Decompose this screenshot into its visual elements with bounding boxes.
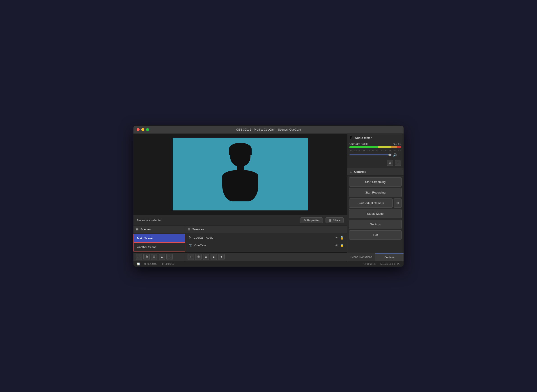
start-recording-button[interactable]: Start Recording [349,188,402,197]
panels-row: ⊞ Scenes Main Scene Another Scene + 🗑 [134,226,347,261]
visibility-icon[interactable]: 👁 [335,244,338,247]
scene-item-label: Main Scene [137,237,153,240]
window-title: OBS 30.1.2 - Profile: CueCam - Scenes: C… [236,128,301,131]
no-source-label: No source selected [137,219,297,222]
microphone-icon: 🎙 [189,236,191,239]
recording-dot [162,263,163,265]
meter-orange [391,146,397,148]
virtual-camera-settings-button[interactable]: ⚙ [394,198,402,208]
preview-canvas [173,138,308,210]
silhouette-body [222,170,258,201]
exit-button[interactable]: Exit [349,230,402,239]
properties-label: Properties [307,219,320,222]
start-virtual-camera-button[interactable]: Start Virtual Camera [349,198,393,208]
traffic-lights [137,128,149,131]
audio-track: CueCam Audio 0.0 dB -60 -55 -50 -45 [349,142,401,157]
controls-icon: ⊞ [350,170,352,173]
audio-controls: 🔊 ⋮ [349,153,401,157]
scenes-icon: ⊞ [136,228,139,231]
lock-icon[interactable]: 🔒 [340,244,344,247]
close-button[interactable] [137,128,139,131]
audio-more-button[interactable]: ⋮ [395,160,401,166]
add-source-button[interactable]: + [188,254,194,260]
chart-icon: 📊 [137,262,140,266]
audio-track-db: 0.0 dB [393,142,401,145]
tab-scene-transitions-label: Scene Transitions [351,256,372,259]
source-item-label: CueCam Audio [194,236,333,239]
audio-settings-button[interactable]: ⚙ [387,160,393,166]
sources-list: 🎙 CueCam Audio 👁 🔒 📷 CueCam 👁 [185,233,347,252]
recording-time: 00:00:00 [165,262,175,265]
audio-mixer-title: Audio Mixer [355,136,371,140]
add-scene-button[interactable]: + [136,254,142,260]
source-icons: 👁 🔒 [335,236,344,239]
preview-area [134,134,347,215]
visibility-icon[interactable]: 👁 [335,236,338,239]
source-bar: No source selected ⚙ Properties ▦ Filter… [134,215,347,226]
tab-controls[interactable]: Controls [375,253,403,261]
properties-button[interactable]: ⚙ Properties [300,217,323,223]
streaming-dot [144,263,146,265]
main-content: No source selected ⚙ Properties ▦ Filter… [134,134,403,261]
source-item-audio[interactable]: 🎙 CueCam Audio 👁 🔒 [185,234,347,242]
audio-mixer: 🎚 Audio Mixer CueCam Audio 0.0 dB [347,134,403,168]
audio-meter [349,146,401,148]
controls-header: ⊞ Controls [347,168,403,176]
sources-panel: ⊞ Sources 🎙 CueCam Audio 👁 🔒 [185,226,347,261]
meter-yellow [378,146,391,148]
source-icons: 👁 🔒 [335,244,344,247]
scenes-panel: ⊞ Scenes Main Scene Another Scene + 🗑 [134,226,185,261]
speaker-icon[interactable]: 🔊 [393,153,397,157]
filters-button[interactable]: ▦ Filters [325,217,344,223]
controls-title: Controls [354,170,366,173]
remove-scene-button[interactable]: 🗑 [143,254,150,260]
audio-mixer-footer: ⚙ ⋮ [349,159,401,166]
audio-track-top: CueCam Audio 0.0 dB [349,142,401,145]
audio-track-labels: -60 -55 -50 -45 -40 -35 -30 -25 -20 -15 … [349,149,401,152]
camera-icon: 📷 [189,244,192,247]
remove-source-button[interactable]: 🗑 [195,254,202,260]
tab-controls-label: Controls [384,256,394,259]
volume-knob [389,154,391,156]
scene-item-another[interactable]: Another Scene [134,243,185,252]
move-up-scene-button[interactable]: ▲ [159,254,165,260]
more-scene-button[interactable]: ⋮ [166,254,173,260]
fps-status: 58.03 / 60.00 FPS [380,262,400,265]
status-bar: 📊 00:00:00 00:00:00 CPU: 3.1% 58.03 / 60… [134,261,403,267]
scenes-toolbar: + 🗑 ☰ ▲ ⋮ [134,252,185,261]
tab-scene-transitions[interactable]: Scene Transitions [347,253,375,261]
more-audio-icon[interactable]: ⋮ [398,153,401,157]
filters-label: Filters [333,219,340,222]
source-item-camera[interactable]: 📷 CueCam 👁 🔒 [185,242,347,249]
gear-icon: ⚙ [303,219,306,222]
obs-window: OBS 30.1.2 - Profile: CueCam - Scenes: C… [133,125,404,267]
silhouette [220,145,261,204]
studio-mode-button[interactable]: Studio Mode [349,209,402,218]
controls-panel: ⊞ Controls Start Streaming Start Recordi… [347,168,403,261]
meter-green [349,146,378,148]
maximize-button[interactable] [146,128,149,131]
right-panel: 🎚 Audio Mixer CueCam Audio 0.0 dB [347,134,403,261]
filter-icon: ▦ [329,219,331,222]
streaming-time: 00:00:00 [148,262,157,265]
move-down-source-button[interactable]: ▼ [218,254,225,260]
virtual-camera-row: Start Virtual Camera ⚙ [349,198,402,208]
recording-status: 00:00:00 [162,262,175,265]
scene-item-main[interactable]: Main Scene [134,234,185,243]
sources-toolbar: + 🗑 ⚙ ▲ ▼ [185,252,347,261]
move-up-source-button[interactable]: ▲ [211,254,217,260]
settings-button[interactable]: Settings [349,220,402,229]
lock-icon[interactable]: 🔒 [340,236,344,239]
volume-slider[interactable] [349,154,392,155]
streaming-status: 00:00:00 [144,262,157,265]
scenes-panel-header: ⊞ Scenes [134,226,185,233]
controls-tabs: Scene Transitions Controls [347,253,403,261]
start-streaming-button[interactable]: Start Streaming [349,177,402,187]
sources-panel-header: ⊞ Sources [185,226,347,233]
sources-icon: ⊞ [188,228,190,231]
filter-scene-button[interactable]: ☰ [151,254,157,260]
minimize-button[interactable] [141,128,144,131]
sources-panel-title: Sources [192,228,204,231]
settings-source-button[interactable]: ⚙ [203,254,209,260]
mixer-icon: 🎚 [349,136,353,140]
